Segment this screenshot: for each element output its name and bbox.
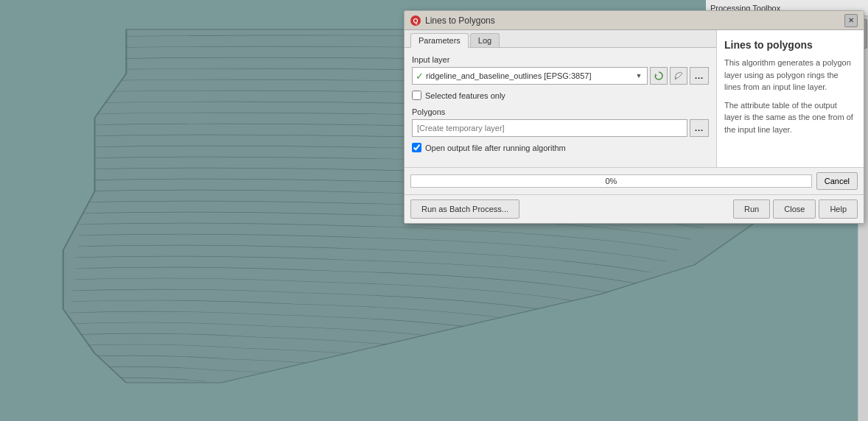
input-layer-dropdown[interactable]: ✓ ridgeline_and_baseline_outlines [EPSG:…: [412, 67, 648, 85]
input-layer-label: Input layer: [412, 55, 709, 64]
buttons-left: Run as Batch Process...: [410, 199, 519, 219]
polygons-label: Polygons: [412, 107, 709, 116]
help-button[interactable]: Help: [819, 199, 858, 219]
polygons-output-row: ...: [412, 119, 709, 137]
open-output-label: Open output file after running algorithm: [425, 144, 566, 152]
progress-area: 0% Cancel: [405, 167, 864, 194]
layer-checkmark-icon: ✓: [416, 71, 424, 82]
buttons-right: Run Close Help: [733, 199, 858, 219]
open-output-checkbox[interactable]: [412, 143, 421, 152]
polygons-browse-button[interactable]: ...: [690, 119, 709, 137]
refresh-layer-button[interactable]: [650, 67, 668, 85]
parameters-area: Input layer ✓ ridgeline_and_baseline_out…: [405, 48, 716, 167]
more-options-button[interactable]: ...: [690, 67, 709, 85]
tab-parameters[interactable]: Parameters: [410, 33, 469, 48]
edit-layer-button[interactable]: [670, 67, 687, 85]
close-dialog-button[interactable]: ✕: [844, 14, 858, 27]
dialog-titlebar: Q Lines to Polygons ✕: [405, 11, 864, 30]
polygons-output-input[interactable]: [412, 119, 687, 137]
run-button[interactable]: Run: [733, 199, 770, 219]
dialog-body: Parameters Log Input layer ✓ ridgeline_a…: [405, 30, 864, 167]
svg-marker-4: [655, 74, 657, 76]
selected-features-label: Selected features only: [425, 91, 505, 100]
selected-features-checkbox[interactable]: [412, 91, 421, 100]
help-title: Lines to polygons: [724, 39, 856, 51]
progress-text: 0%: [411, 175, 811, 187]
cancel-button[interactable]: Cancel: [816, 172, 858, 190]
run-as-batch-button[interactable]: Run as Batch Process...: [410, 199, 519, 219]
tabs-bar: Parameters Log: [405, 30, 716, 48]
close-button[interactable]: Close: [773, 199, 816, 219]
tab-log[interactable]: Log: [470, 33, 500, 47]
help-panel: Lines to polygons This algorithm generat…: [716, 30, 864, 167]
help-paragraph1: This algorithm generates a polygon layer…: [724, 57, 856, 93]
open-output-row: Open output file after running algorithm: [412, 143, 709, 152]
dropdown-arrow-icon: ▼: [634, 68, 644, 84]
edit-icon: [673, 71, 684, 81]
lines-to-polygons-dialog: Q Lines to Polygons ✕ Parameters Log Inp…: [404, 10, 864, 224]
dialog-title-left: Q Lines to Polygons: [410, 15, 495, 26]
refresh-icon: [654, 71, 664, 81]
dialog-buttons: Run as Batch Process... Run Close Help: [405, 194, 864, 223]
progress-bar-container: 0%: [410, 174, 812, 188]
dialog-title-text: Lines to Polygons: [425, 15, 495, 26]
selected-features-row: Selected features only: [412, 91, 709, 100]
dialog-left-panel: Parameters Log Input layer ✓ ridgeline_a…: [405, 30, 716, 167]
help-paragraph2: The attribute table of the output layer …: [724, 99, 856, 136]
input-layer-row: ✓ ridgeline_and_baseline_outlines [EPSG:…: [412, 67, 709, 85]
qgis-icon: Q: [410, 15, 421, 26]
input-layer-value: ridgeline_and_baseline_outlines [EPSG:38…: [426, 71, 634, 80]
